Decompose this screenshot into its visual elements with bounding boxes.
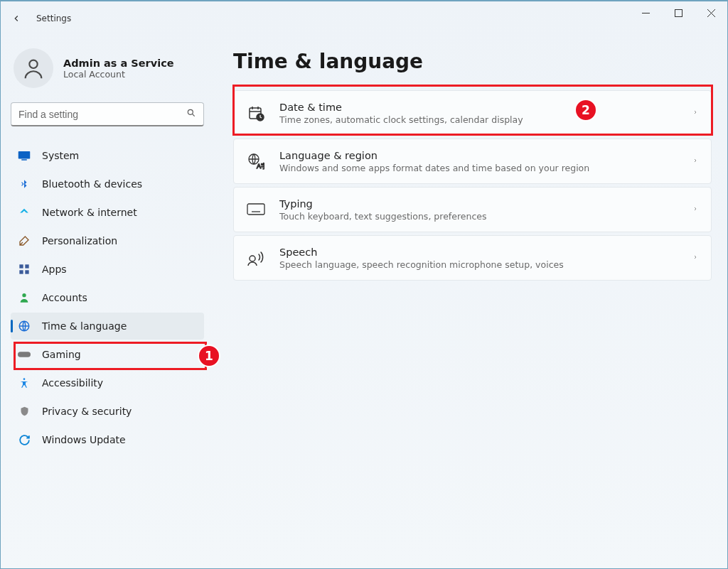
wifi-icon: [18, 206, 31, 219]
chevron-right-icon: [692, 252, 698, 264]
close-button[interactable]: [695, 1, 727, 24]
search-icon: [186, 108, 196, 120]
sidebar-item-bluetooth-devices[interactable]: Bluetooth & devices: [11, 170, 204, 197]
svg-rect-12: [25, 270, 28, 273]
svg-rect-15: [18, 352, 31, 357]
svg-point-28: [250, 256, 255, 261]
sidebar-item-gaming[interactable]: Gaming: [11, 341, 204, 368]
sidebar-item-label: Privacy & security: [42, 406, 132, 417]
access-icon: [18, 376, 31, 389]
card-description: Touch keyboard, text suggestions, prefer…: [279, 211, 678, 222]
calendar-clock-icon: [247, 104, 265, 122]
sidebar-item-accounts[interactable]: Accounts: [11, 284, 204, 311]
brush-icon: [18, 234, 31, 247]
sidebar-item-label: Time & language: [42, 320, 127, 332]
main-content: Time & language Date & timeTime zones, a…: [233, 37, 712, 281]
svg-rect-7: [18, 151, 31, 159]
svg-point-13: [22, 293, 26, 297]
sidebar-item-label: Accounts: [42, 292, 87, 303]
svg-rect-11: [19, 270, 23, 273]
svg-rect-8: [21, 159, 27, 161]
app-title: Settings: [36, 13, 71, 23]
monitor-icon: [18, 149, 31, 162]
sidebar-item-label: Apps: [42, 264, 67, 275]
shield-icon: [18, 405, 31, 418]
settings-card-list: Date & timeTime zones, automatic clock s…: [233, 90, 712, 281]
maximize-button[interactable]: [662, 1, 695, 24]
card-description: Windows and some apps format dates and t…: [279, 163, 678, 173]
language-icon: A字: [247, 152, 265, 170]
nav-list: SystemBluetooth & devicesNetwork & inter…: [11, 142, 204, 453]
chevron-right-icon: [692, 156, 698, 167]
svg-point-16: [23, 378, 26, 380]
account-type: Local Account: [63, 69, 174, 80]
sidebar-item-apps[interactable]: Apps: [11, 256, 204, 283]
gamepad-icon: [18, 348, 31, 361]
back-button[interactable]: [1, 1, 32, 36]
sidebar-item-label: Gaming: [42, 349, 81, 360]
svg-rect-9: [19, 264, 23, 268]
keyboard-icon: [247, 200, 265, 219]
svg-line-6: [192, 114, 194, 116]
card-title: Date & time: [279, 102, 678, 113]
sidebar-item-windows-update[interactable]: Windows Update: [11, 426, 204, 453]
account-name: Admin as a Service: [63, 58, 174, 69]
card-title: Language & region: [279, 150, 678, 161]
search-input[interactable]: [18, 109, 186, 120]
sidebar-item-label: Personalization: [42, 235, 117, 246]
account-block[interactable]: Admin as a Service Local Account: [11, 44, 204, 102]
speech-icon: [247, 249, 265, 267]
svg-rect-10: [25, 264, 28, 268]
svg-rect-1: [675, 9, 682, 16]
sidebar-item-label: Network & internet: [42, 207, 137, 218]
sidebar-item-network-internet[interactable]: Network & internet: [11, 199, 204, 226]
chevron-right-icon: [692, 107, 698, 119]
card-language-region[interactable]: A字Language & regionWindows and some apps…: [233, 139, 712, 184]
sidebar-item-label: Windows Update: [42, 434, 126, 445]
chevron-right-icon: [692, 204, 698, 215]
sidebar-item-privacy-security[interactable]: Privacy & security: [11, 398, 204, 425]
bluetooth-icon: [18, 178, 31, 190]
window-controls: [629, 1, 727, 36]
card-date-time[interactable]: Date & timeTime zones, automatic clock s…: [233, 90, 712, 136]
sidebar-item-accessibility[interactable]: Accessibility: [11, 369, 204, 396]
svg-point-4: [29, 60, 37, 68]
card-title: Speech: [279, 246, 678, 258]
card-description: Time zones, automatic clock settings, ca…: [279, 114, 678, 125]
avatar: [14, 48, 53, 88]
globe-icon: [18, 320, 31, 332]
card-title: Typing: [279, 198, 678, 210]
minimize-button[interactable]: [629, 1, 662, 24]
sidebar-item-time-language[interactable]: Time & language: [11, 313, 204, 340]
svg-point-5: [188, 109, 193, 114]
sidebar: Admin as a Service Local Account SystemB…: [1, 36, 214, 455]
sidebar-item-system[interactable]: System: [11, 142, 204, 169]
card-speech[interactable]: SpeechSpeech language, speech recognitio…: [233, 235, 712, 281]
update-icon: [18, 433, 31, 446]
sidebar-item-label: Accessibility: [42, 377, 103, 389]
sidebar-item-label: System: [42, 150, 79, 161]
apps-icon: [18, 263, 31, 276]
page-title: Time & language: [233, 50, 712, 73]
card-typing[interactable]: TypingTouch keyboard, text suggestions, …: [233, 187, 712, 232]
titlebar: Settings: [1, 1, 727, 36]
person-icon: [18, 291, 31, 304]
svg-text:A字: A字: [257, 163, 264, 170]
search-box[interactable]: [11, 102, 204, 126]
svg-rect-21: [247, 204, 264, 215]
sidebar-item-personalization[interactable]: Personalization: [11, 227, 204, 254]
card-description: Speech language, speech recognition micr…: [279, 259, 678, 270]
sidebar-item-label: Bluetooth & devices: [42, 178, 142, 190]
